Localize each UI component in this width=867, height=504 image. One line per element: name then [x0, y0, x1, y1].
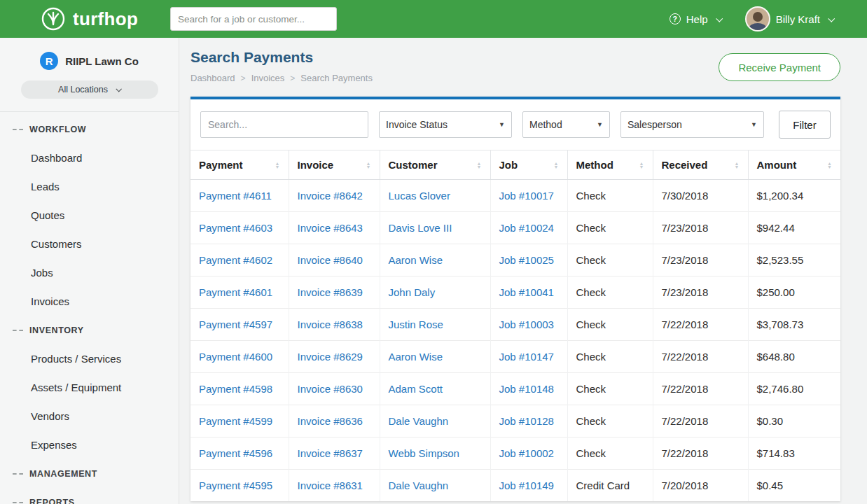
company-name: RIIPL Lawn Co: [65, 55, 139, 67]
user-menu[interactable]: Billy Kraft: [745, 6, 833, 31]
invoice-link[interactable]: Invoice #8630: [298, 383, 363, 395]
column-header-payment[interactable]: Payment▲▼: [190, 150, 289, 180]
cell-method: Check: [567, 244, 653, 276]
cell-method: Check: [567, 180, 653, 212]
column-header-received[interactable]: Received▲▼: [653, 150, 748, 180]
invoice-link[interactable]: Invoice #8643: [298, 222, 363, 234]
payment-link[interactable]: Payment #4596: [199, 447, 272, 459]
payment-link[interactable]: Payment #4603: [199, 222, 272, 234]
select-caret-icon: ▼: [597, 121, 603, 128]
sort-icon: ▲▼: [554, 162, 559, 169]
cell-method: Credit Card: [567, 470, 653, 502]
job-link[interactable]: Job #10025: [499, 254, 554, 266]
sidebar-item-assets-equipment[interactable]: Assets / Equipment: [0, 373, 179, 402]
payment-link[interactable]: Payment #4595: [199, 479, 272, 491]
cell-invoice: Invoice #8638: [289, 309, 380, 341]
payment-link[interactable]: Payment #4598: [199, 383, 272, 395]
customer-link[interactable]: Adam Scott: [389, 383, 443, 395]
invoice-link[interactable]: Invoice #8639: [298, 286, 363, 298]
sort-icon: ▲▼: [366, 162, 371, 169]
main-content: Search Payments Dashboard>Invoices>Searc…: [179, 38, 867, 504]
invoice-status-select[interactable]: Invoice Status ▼: [379, 111, 512, 138]
cell-job: Job #10002: [490, 438, 567, 470]
column-header-customer[interactable]: Customer▲▼: [380, 150, 490, 180]
job-link[interactable]: Job #10148: [499, 383, 554, 395]
payment-link[interactable]: Payment #4602: [199, 254, 272, 266]
sidebar-item-quotes[interactable]: Quotes: [0, 201, 179, 230]
sidebar-item-leads[interactable]: Leads: [0, 172, 179, 201]
payment-link[interactable]: Payment #4601: [199, 286, 272, 298]
customer-link[interactable]: Justin Rose: [389, 318, 443, 330]
job-link[interactable]: Job #10017: [499, 190, 554, 202]
sidebar-item-expenses[interactable]: Expenses: [0, 430, 179, 459]
payment-link[interactable]: Payment #4597: [199, 318, 272, 330]
customer-link[interactable]: John Daly: [389, 286, 436, 298]
sidebar-item-jobs[interactable]: Jobs: [0, 258, 179, 287]
sort-icon: ▲▼: [275, 162, 280, 169]
page-title: Search Payments: [190, 49, 373, 66]
job-link[interactable]: Job #10149: [499, 479, 554, 491]
invoice-link[interactable]: Invoice #8629: [298, 351, 363, 363]
select-caret-icon: ▼: [499, 121, 505, 128]
invoice-link[interactable]: Invoice #8636: [298, 415, 363, 427]
sidebar-item-dashboard[interactable]: Dashboard: [0, 144, 179, 172]
customer-link[interactable]: Aaron Wise: [389, 351, 443, 363]
payment-link[interactable]: Payment #4599: [199, 415, 272, 427]
customer-link[interactable]: Aaron Wise: [389, 254, 443, 266]
cell-job: Job #10017: [490, 180, 567, 212]
chevron-down-icon: [828, 15, 835, 22]
cell-invoice: Invoice #8643: [289, 212, 380, 244]
cell-received: 7/22/2018: [653, 405, 748, 438]
customer-link[interactable]: Davis Love III: [389, 222, 452, 234]
job-link[interactable]: Job #10041: [499, 286, 554, 298]
job-link[interactable]: Job #10003: [499, 318, 554, 330]
method-select[interactable]: Method ▼: [522, 111, 610, 138]
table-row: Payment #4600Invoice #8629Aaron WiseJob …: [190, 341, 840, 373]
payment-link[interactable]: Payment #4600: [199, 351, 272, 363]
breadcrumb-item[interactable]: Invoices: [251, 73, 285, 83]
sort-icon: ▲▼: [827, 162, 832, 169]
job-link[interactable]: Job #10002: [499, 447, 554, 459]
cell-customer: Lucas Glover: [380, 180, 490, 212]
job-link[interactable]: Job #10024: [499, 222, 554, 234]
invoice-link[interactable]: Invoice #8640: [298, 254, 363, 266]
invoice-link[interactable]: Invoice #8631: [298, 479, 363, 491]
cell-received: 7/22/2018: [653, 309, 748, 341]
sidebar-item-invoices[interactable]: Invoices: [0, 287, 179, 316]
sidebar-item-products-services[interactable]: Products / Services: [0, 344, 179, 373]
customer-link[interactable]: Webb Simpson: [389, 447, 459, 459]
invoice-link[interactable]: Invoice #8637: [298, 447, 363, 459]
column-header-amount[interactable]: Amount▲▼: [748, 150, 840, 180]
section-dash-icon: [13, 473, 23, 475]
customer-link[interactable]: Dale Vaughn: [389, 479, 449, 491]
logo-text: turfhop: [73, 8, 138, 30]
job-link[interactable]: Job #10128: [499, 415, 554, 427]
sidebar-item-customers[interactable]: Customers: [0, 230, 179, 258]
column-header-invoice[interactable]: Invoice▲▼: [289, 150, 380, 180]
customer-link[interactable]: Dale Vaughn: [389, 415, 449, 427]
help-menu[interactable]: ? Help: [670, 13, 721, 25]
sidebar-item-vendors[interactable]: Vendors: [0, 402, 179, 430]
location-label: All Locations: [58, 85, 108, 94]
breadcrumb-item[interactable]: Dashboard: [190, 73, 235, 83]
cell-payment: Payment #4601: [190, 276, 289, 309]
column-header-method[interactable]: Method▲▼: [567, 150, 653, 180]
column-label: Payment: [199, 159, 243, 171]
payment-link[interactable]: Payment #4611: [199, 190, 272, 202]
customer-link[interactable]: Lucas Glover: [389, 190, 450, 202]
global-search-input[interactable]: [170, 7, 337, 31]
invoice-link[interactable]: Invoice #8642: [298, 190, 363, 202]
page-header: Search Payments Dashboard>Invoices>Searc…: [190, 49, 840, 83]
column-label: Received: [662, 159, 708, 171]
job-link[interactable]: Job #10147: [499, 351, 554, 363]
invoice-link[interactable]: Invoice #8638: [298, 318, 363, 330]
filter-button[interactable]: Filter: [779, 111, 831, 139]
user-name: Billy Kraft: [776, 13, 820, 25]
salesperson-select[interactable]: Salesperson ▼: [620, 111, 764, 138]
app-logo[interactable]: turfhop: [41, 6, 138, 31]
column-header-job[interactable]: Job▲▼: [490, 150, 567, 180]
avatar: [745, 6, 770, 31]
location-selector[interactable]: All Locations: [21, 80, 158, 99]
table-search-input[interactable]: [200, 111, 368, 138]
receive-payment-button[interactable]: Receive Payment: [719, 53, 840, 81]
